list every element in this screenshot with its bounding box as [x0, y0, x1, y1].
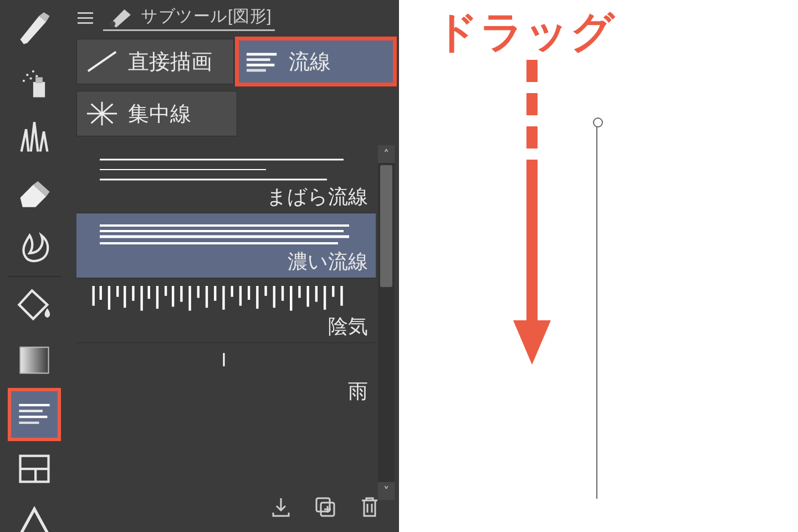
scroll-up-button[interactable]: ˄: [378, 145, 395, 163]
svg-rect-12: [21, 347, 49, 374]
download-icon: [268, 494, 294, 520]
delete-subtool-button[interactable]: [354, 491, 386, 523]
item-preview: [89, 221, 366, 249]
svg-rect-14: [19, 410, 43, 412]
svg-line-23: [88, 52, 116, 71]
item-label: 陰気: [328, 313, 368, 340]
svg-rect-27: [247, 69, 266, 72]
panel-menu-button[interactable]: [78, 12, 93, 24]
app-ui: サブツール[図形] 直接描画 流線: [0, 0, 399, 532]
item-preview: [89, 156, 366, 184]
item-label: 雨: [348, 378, 368, 405]
svg-rect-80: [526, 93, 538, 115]
item-label: まばら流線: [267, 183, 368, 211]
svg-point-6: [35, 75, 38, 77]
fill-tool[interactable]: [10, 282, 59, 330]
gradient-tool[interactable]: [10, 336, 59, 385]
category-focusline[interactable]: 集中線: [76, 91, 237, 136]
svg-marker-83: [513, 320, 551, 365]
drag-label: ドラッグ: [434, 3, 615, 62]
canvas-annotation: ドラッグ: [399, 0, 798, 532]
svg-point-2: [26, 74, 28, 76]
item-rain[interactable]: 雨: [76, 342, 376, 407]
panel-title: サブツール[図形]: [141, 5, 272, 28]
toolbar-separator: [8, 276, 61, 277]
svg-rect-79: [526, 60, 538, 82]
item-gloomy[interactable]: 陰気: [76, 278, 376, 342]
duplicate-subtool-button[interactable]: [309, 491, 341, 523]
drag-stroke-line: [596, 122, 597, 499]
svg-line-33: [91, 114, 102, 123]
drag-start-handle: [593, 117, 603, 127]
svg-rect-24: [247, 53, 277, 56]
duplicate-icon: [312, 494, 339, 520]
subtool-list: まばら流線 濃い流線: [76, 145, 395, 500]
svg-rect-15: [19, 416, 47, 418]
category-speedline[interactable]: 流線: [237, 39, 395, 84]
panel-header: サブツール[図形]: [72, 0, 399, 35]
svg-rect-7: [33, 82, 45, 98]
svg-rect-81: [526, 126, 538, 149]
trash-icon: [356, 494, 383, 520]
svg-point-3: [32, 70, 34, 73]
category-row-1: 直接描画 流線: [72, 35, 399, 88]
panel-footer: [72, 484, 399, 530]
category-direct-draw[interactable]: 直接描画: [76, 39, 234, 84]
svg-rect-82: [526, 160, 538, 326]
svg-point-4: [23, 80, 25, 82]
svg-rect-25: [247, 58, 270, 61]
frame-tool[interactable]: [10, 444, 59, 493]
item-sparse-streamline[interactable]: まばら流線: [76, 149, 376, 213]
item-label: 濃い流線: [288, 248, 368, 275]
item-dense-streamline[interactable]: 濃い流線: [76, 213, 376, 278]
category-row-2: 集中線: [72, 88, 399, 140]
download-subtool-button[interactable]: [265, 491, 297, 523]
category-label: 直接描画: [128, 48, 212, 76]
svg-rect-13: [19, 404, 49, 406]
tool-sidebar: [0, 0, 69, 532]
item-preview: [89, 351, 366, 378]
figure-tool-icon: [106, 5, 135, 28]
svg-marker-11: [19, 290, 47, 319]
item-preview: [89, 286, 366, 314]
svg-rect-26: [247, 64, 274, 66]
eraser-tool[interactable]: [10, 167, 59, 216]
category-label: 集中線: [128, 100, 191, 128]
svg-rect-16: [19, 422, 39, 424]
svg-marker-0: [21, 16, 47, 44]
blend-tool[interactable]: [10, 222, 59, 270]
speedline-icon: [245, 47, 280, 76]
ruler-tool[interactable]: [10, 499, 59, 532]
drag-arrow-icon: [510, 60, 554, 370]
subtool-panel: サブツール[図形] 直接描画 流線: [72, 0, 399, 532]
marker-tool[interactable]: [10, 4, 59, 53]
svg-rect-8: [35, 77, 43, 83]
line-icon: [85, 47, 119, 76]
focusline-icon: [85, 99, 119, 128]
svg-line-29: [102, 104, 112, 114]
svg-line-31: [102, 114, 112, 123]
grass-brush-tool[interactable]: [10, 113, 59, 162]
svg-point-5: [30, 77, 32, 79]
panel-tab[interactable]: サブツール[図形]: [103, 5, 275, 31]
scroll-thumb[interactable]: [380, 165, 392, 287]
svg-marker-20: [21, 509, 49, 533]
speedline-tool[interactable]: [10, 390, 59, 439]
airbrush-tool[interactable]: [10, 59, 59, 108]
category-label: 流線: [289, 48, 331, 76]
list-scrollbar[interactable]: ˄ ˅: [378, 145, 395, 500]
svg-line-35: [91, 104, 102, 114]
svg-point-22: [110, 21, 116, 27]
